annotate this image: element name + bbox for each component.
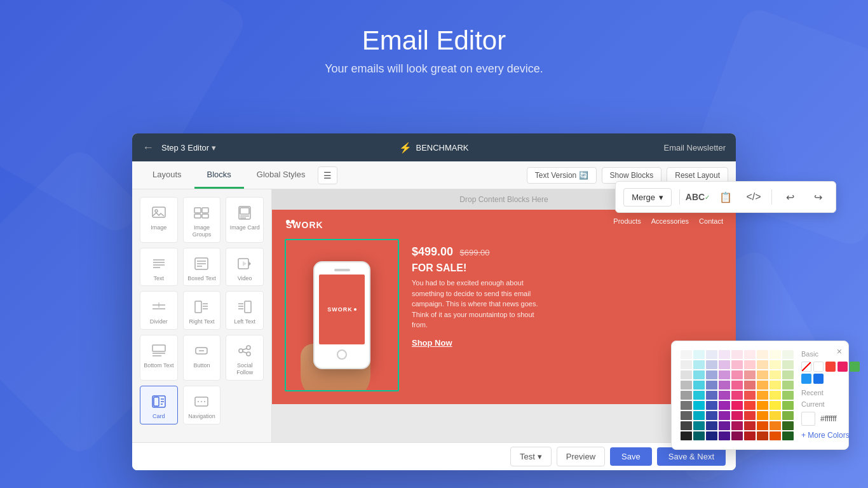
color-picker-close-button[interactable]: × xyxy=(837,346,842,356)
shade-swatch[interactable] xyxy=(719,381,730,390)
color-swatch-dark-blue[interactable] xyxy=(813,374,824,384)
shade-swatch[interactable] xyxy=(744,391,756,400)
shade-swatch[interactable] xyxy=(770,401,781,410)
shade-swatch[interactable] xyxy=(719,431,730,440)
shade-swatch[interactable] xyxy=(770,431,781,440)
shade-swatch[interactable] xyxy=(744,401,756,410)
shade-swatch[interactable] xyxy=(731,391,743,400)
shade-swatch[interactable] xyxy=(706,401,717,410)
block-item-left-text[interactable]: Left Text xyxy=(226,291,264,330)
shade-swatch[interactable] xyxy=(782,391,794,400)
shade-swatch[interactable] xyxy=(681,411,692,420)
shade-swatch[interactable] xyxy=(782,401,794,410)
back-button[interactable]: ← xyxy=(142,141,154,154)
shade-swatch[interactable] xyxy=(770,421,781,430)
shade-swatch[interactable] xyxy=(731,411,743,420)
shade-swatch[interactable] xyxy=(782,411,794,420)
shade-swatch[interactable] xyxy=(706,431,717,440)
shade-swatch[interactable] xyxy=(681,421,692,430)
shade-swatch[interactable] xyxy=(719,401,730,410)
shade-swatch[interactable] xyxy=(757,421,768,430)
block-item-social-follow[interactable]: Social Follow xyxy=(226,335,264,381)
shade-swatch[interactable] xyxy=(782,350,794,359)
shade-swatch[interactable] xyxy=(770,370,781,379)
tab-layouts[interactable]: Layouts xyxy=(140,162,194,189)
block-item-image-groups[interactable]: Image Groups xyxy=(183,197,221,243)
shade-swatch[interactable] xyxy=(731,381,743,390)
shade-swatch[interactable] xyxy=(731,360,743,369)
clipboard-button[interactable]: 📋 xyxy=(715,187,736,207)
shade-swatch[interactable] xyxy=(757,360,768,369)
more-colors-link[interactable]: + More Colors xyxy=(801,431,865,440)
shade-swatch[interactable] xyxy=(693,391,705,400)
shade-swatch[interactable] xyxy=(770,350,781,359)
shade-swatch[interactable] xyxy=(731,431,743,440)
preview-button[interactable]: Preview xyxy=(557,447,605,466)
shade-swatch[interactable] xyxy=(693,421,705,430)
abc-check-button[interactable]: ABC✓ xyxy=(688,187,708,207)
shade-swatch[interactable] xyxy=(706,360,717,369)
shade-swatch[interactable] xyxy=(706,421,717,430)
shade-swatch[interactable] xyxy=(757,411,768,420)
shade-swatch[interactable] xyxy=(757,370,768,379)
shade-swatch[interactable] xyxy=(693,401,705,410)
color-swatch-green[interactable] xyxy=(850,362,860,372)
shade-swatch[interactable] xyxy=(757,431,768,440)
shade-swatch[interactable] xyxy=(719,421,730,430)
shade-swatch[interactable] xyxy=(731,350,743,359)
shade-swatch[interactable] xyxy=(757,401,768,410)
shade-swatch[interactable] xyxy=(757,350,768,359)
block-item-image-card[interactable]: Image Card xyxy=(226,197,264,243)
shade-swatch[interactable] xyxy=(681,370,692,379)
shade-swatch[interactable] xyxy=(731,401,743,410)
block-item-image[interactable]: Image xyxy=(140,197,178,243)
shade-swatch[interactable] xyxy=(706,411,717,420)
shade-swatch[interactable] xyxy=(782,431,794,440)
shade-swatch[interactable] xyxy=(681,391,692,400)
shade-swatch[interactable] xyxy=(719,350,730,359)
shade-swatch[interactable] xyxy=(757,381,768,390)
shade-swatch[interactable] xyxy=(693,381,705,390)
shade-swatch[interactable] xyxy=(681,360,692,369)
shade-swatch[interactable] xyxy=(770,360,781,369)
current-color-swatch[interactable] xyxy=(801,412,815,426)
block-item-button[interactable]: Button xyxy=(183,335,221,381)
color-swatch-pink[interactable] xyxy=(837,362,848,372)
shade-swatch[interactable] xyxy=(681,431,692,440)
shade-swatch[interactable] xyxy=(770,411,781,420)
shade-swatch[interactable] xyxy=(681,350,692,359)
color-swatch-red[interactable] xyxy=(825,362,836,372)
shade-swatch[interactable] xyxy=(744,431,756,440)
shade-swatch[interactable] xyxy=(782,381,794,390)
shade-swatch[interactable] xyxy=(693,360,705,369)
shade-swatch[interactable] xyxy=(681,381,692,390)
shade-swatch[interactable] xyxy=(693,370,705,379)
test-button[interactable]: Test ▾ xyxy=(510,447,552,466)
shade-swatch[interactable] xyxy=(782,421,794,430)
block-item-navigation[interactable]: Navigation xyxy=(183,386,221,424)
shade-swatch[interactable] xyxy=(731,370,743,379)
shade-swatch[interactable] xyxy=(693,431,705,440)
redo-button[interactable]: ↪ xyxy=(808,187,828,207)
block-item-divider[interactable]: Divider xyxy=(140,291,178,330)
shade-swatch[interactable] xyxy=(693,350,705,359)
hamburger-icon[interactable]: ☰ xyxy=(318,166,337,184)
save-button[interactable]: Save xyxy=(610,447,652,466)
merge-button[interactable]: Merge ▾ xyxy=(623,188,672,207)
shade-swatch[interactable] xyxy=(719,411,730,420)
shade-swatch[interactable] xyxy=(719,360,730,369)
block-item-text[interactable]: Text xyxy=(140,248,178,287)
shade-swatch[interactable] xyxy=(744,350,756,359)
block-item-right-text[interactable]: Right Text xyxy=(183,291,221,330)
color-swatch-transparent[interactable] xyxy=(801,362,811,372)
code-button[interactable]: </> xyxy=(743,187,764,207)
shade-swatch[interactable] xyxy=(719,391,730,400)
color-swatch-white[interactable] xyxy=(813,362,824,372)
shade-swatch[interactable] xyxy=(744,360,756,369)
shade-swatch[interactable] xyxy=(744,411,756,420)
text-version-button[interactable]: Text Version 🔄 xyxy=(527,167,597,184)
shade-swatch[interactable] xyxy=(693,411,705,420)
block-item-boxed-text[interactable]: Boxed Text xyxy=(183,248,221,287)
shade-swatch[interactable] xyxy=(706,381,717,390)
shade-swatch[interactable] xyxy=(706,370,717,379)
